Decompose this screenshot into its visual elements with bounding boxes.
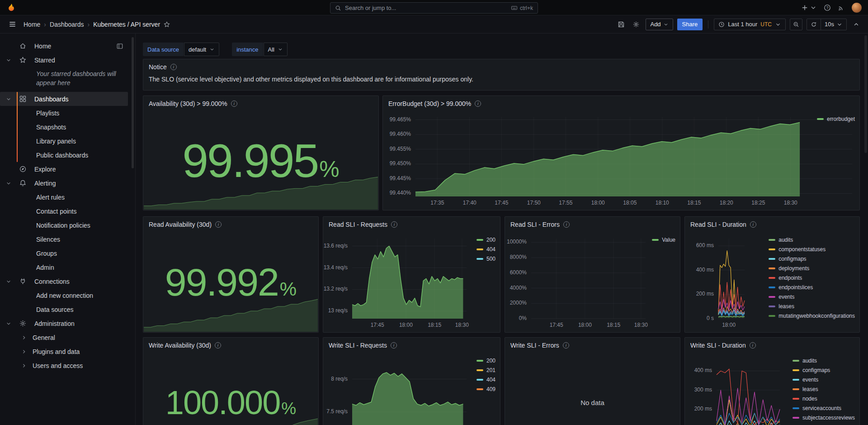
chevron-down-icon[interactable] [5,278,19,285]
sidebar-item-plugins-and-data[interactable]: Plugins and data [0,344,128,358]
legend-item[interactable]: serviceaccounts [793,404,841,412]
share-button[interactable]: Share [677,19,703,30]
legend-item[interactable]: endpointslices [769,283,813,291]
info-icon[interactable]: i [231,100,237,107]
chevron-right-icon[interactable] [21,349,33,355]
panel-header[interactable]: Write SLI - Errors i [505,338,680,353]
sidebar-scrollbar[interactable] [132,37,134,168]
legend-item[interactable]: events [769,293,794,301]
grafana-logo[interactable] [6,3,16,13]
zoom-out-button[interactable] [790,19,802,30]
panel-header[interactable]: Read SLI - Duration i [685,217,859,232]
sidebar-item-snapshots[interactable]: Snapshots [0,120,128,134]
sidebar-item-contact-points[interactable]: Contact points [0,204,128,218]
help-button[interactable]: ? [824,4,831,11]
legend-item[interactable]: componentstatuses [769,245,826,253]
sidebar-item-groups[interactable]: Groups [0,246,128,260]
dashboard-settings-button[interactable] [631,19,642,30]
legend-item[interactable]: Value [652,236,675,244]
legend-item[interactable]: configmaps [793,366,830,374]
sidebar-item-add-new-connection[interactable]: Add new connection [0,288,128,302]
info-icon[interactable]: i [750,342,756,349]
new-menu-button[interactable] [801,4,817,11]
refresh-interval-picker[interactable]: 10s [821,19,846,30]
sidebar-item-alert-rules[interactable]: Alert rules [0,190,128,204]
info-icon[interactable]: i [563,221,570,228]
info-icon[interactable]: i [170,64,177,70]
sidebar-item-silences[interactable]: Silences [0,232,128,246]
legend-item[interactable]: leases [793,385,818,393]
sidebar-item-connections[interactable]: Connections [0,274,128,288]
favorite-star-button[interactable] [163,20,171,29]
sidebar-item-data-sources[interactable]: Data sources [0,302,128,316]
legend-item[interactable]: errorbudget [817,115,855,123]
sidebar-item-library-panels[interactable]: Library panels [0,134,128,148]
panel-header[interactable]: Write Availability (30d) i [143,338,318,353]
chevron-down-icon[interactable] [5,320,19,327]
legend-item[interactable]: audits [769,236,793,244]
legend-item[interactable]: audits [793,357,817,364]
page-scrollbar[interactable] [864,35,867,153]
panel-header[interactable]: Read Availability (30d) i [143,217,318,232]
sidebar-item-dashboards[interactable]: Dashboards [0,92,128,106]
breadcrumb-item[interactable]: Home [24,21,40,28]
info-icon[interactable]: i [563,342,569,349]
chevron-right-icon[interactable] [21,363,33,369]
sidebar-item-starred[interactable]: Starred [0,53,128,67]
legend-item[interactable]: 404 [476,245,495,253]
legend-item[interactable]: endpoints [769,274,802,282]
legend-item[interactable]: deployments [769,264,809,272]
legend-item[interactable]: 201 [476,366,495,374]
info-icon[interactable]: i [475,100,481,107]
time-range-picker[interactable]: Last 1 hour UTC [714,19,786,30]
panel-header[interactable]: ErrorBudget (30d) > 99.000% i [383,96,859,111]
add-button[interactable]: Add [646,19,673,30]
chevron-right-icon[interactable] [21,334,33,341]
panel-header[interactable]: Read SLI - Requests i [323,217,500,232]
legend-item[interactable]: nodes [793,395,817,402]
chevron-down-icon[interactable] [5,57,19,63]
sidebar-item-alerting[interactable]: Alerting [0,176,128,190]
legend-item[interactable]: subjectaccessreviews [793,414,855,421]
legend-item[interactable]: configmaps [769,255,806,263]
sidebar-item-explore[interactable]: Explore [0,162,128,176]
info-icon[interactable]: i [215,342,221,349]
collapse-toolbar-button[interactable] [851,19,862,30]
refresh-button[interactable] [807,19,821,30]
info-icon[interactable]: i [391,221,397,228]
news-button[interactable] [838,4,845,11]
sidebar-item-home[interactable]: Home [0,39,128,53]
user-avatar[interactable] [852,3,862,13]
search-input[interactable]: Search or jump to... ctrl+k [330,2,538,14]
sidebar-item-public-dashboards[interactable]: Public dashboards [0,148,128,162]
sidebar-item-administration[interactable]: Administration [0,316,128,330]
legend-item[interactable]: mutatingwebhookconfigurations [769,312,855,320]
sidebar-item-playlists[interactable]: Playlists [0,106,128,120]
legend-item[interactable]: events [793,376,818,383]
legend-item[interactable]: 500 [476,255,495,263]
legend-item[interactable]: 200 [476,236,495,244]
sidebar-item-users-and-access[interactable]: Users and access [0,358,128,372]
instance-variable-picker[interactable]: All [264,43,288,56]
panel-header[interactable]: Notice i [143,59,859,75]
chevron-down-icon[interactable] [5,180,19,186]
panel-header[interactable]: Write SLI - Requests i [323,338,500,353]
sidebar-item-admin[interactable]: Admin [0,260,128,274]
sidebar-item-notification-policies[interactable]: Notification policies [0,218,128,232]
menu-toggle-button[interactable] [6,19,18,30]
legend-item[interactable]: leases [769,302,794,310]
legend-item[interactable]: 200 [476,357,495,364]
panel-header[interactable]: Read SLI - Errors i [505,217,680,232]
dock-menu-icon[interactable] [116,43,123,50]
legend-item[interactable]: 409 [476,385,495,393]
info-icon[interactable]: i [750,221,756,228]
info-icon[interactable]: i [391,342,397,349]
sidebar-item-general[interactable]: General [0,330,128,344]
datasource-variable-picker[interactable]: default [184,43,219,56]
save-dashboard-button[interactable] [616,19,627,30]
panel-header[interactable]: Availability (30d) > 99.000% i [143,96,378,111]
panel-header[interactable]: Write SLI - Duration i [685,338,859,353]
info-icon[interactable]: i [215,221,222,228]
legend-item[interactable]: 404 [476,376,495,383]
breadcrumb-item[interactable]: Dashboards [50,21,84,28]
